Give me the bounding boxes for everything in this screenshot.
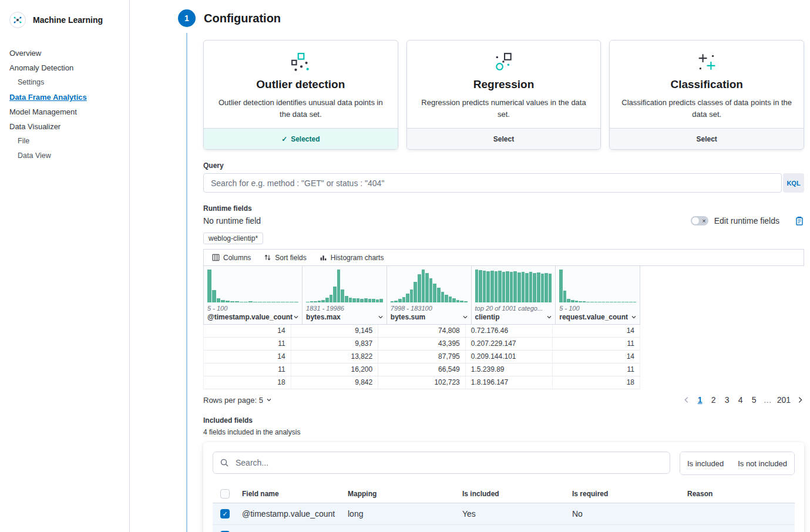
- histogram-icon: [320, 254, 327, 261]
- sidebar-item-overview[interactable]: Overview: [9, 46, 120, 60]
- main-content: 1 Configuration: [130, 0, 810, 532]
- grid-cell: 11: [204, 338, 291, 350]
- sort-fields-button[interactable]: Sort fields: [259, 254, 311, 262]
- column-range: 1831 - 19986: [303, 302, 386, 312]
- chevron-down-icon: [462, 314, 469, 321]
- pagination-ellipsis: …: [764, 395, 772, 405]
- step-number-badge: 1: [178, 9, 196, 27]
- fields-table-header: Field name Mapping Is included Is requir…: [213, 484, 795, 503]
- field-row-timestamp-value-count: ✓ @timestamp.value_count long Yes No: [213, 503, 795, 525]
- card-description: Regression predicts numerical values in …: [418, 97, 590, 120]
- pagination-page-5[interactable]: 5: [750, 395, 758, 405]
- edit-runtime-fields-label: Edit runtime fields: [714, 216, 779, 225]
- runtime-fields-row: No runtime field × Edit runtime fields: [203, 216, 804, 225]
- kql-button[interactable]: KQL: [783, 173, 804, 193]
- sidebar-item-model-management[interactable]: Model Management: [9, 105, 120, 119]
- rows-per-page-button[interactable]: Rows per page: 5: [203, 396, 273, 405]
- grid-column-bytes-max: 1831 - 19986 bytes.max: [303, 266, 387, 325]
- field-search-input[interactable]: [213, 452, 670, 474]
- pagination-page-4[interactable]: 4: [737, 395, 745, 405]
- grid-cell: 14: [553, 351, 640, 363]
- pagination-page-2[interactable]: 2: [710, 395, 718, 405]
- grid-row: 14 9,145 74,808 0.72.176.46 14: [203, 325, 640, 338]
- sort-fields-button-label: Sort fields: [275, 254, 306, 262]
- sidebar-item-data-frame-analytics[interactable]: Data Frame Analytics: [9, 90, 120, 105]
- grid-cell: 74,808: [378, 325, 466, 337]
- is-not-included-filter-button[interactable]: Is not included: [731, 452, 794, 474]
- footer-label: Select: [697, 135, 717, 143]
- card-classification[interactable]: Classification Classification predicts c…: [609, 40, 804, 150]
- column-header-is-included: Is included: [456, 490, 566, 498]
- card-regression[interactable]: Regression Regression predicts numerical…: [406, 40, 601, 150]
- columns-button[interactable]: Columns: [207, 254, 256, 262]
- included-fields-controls: Is included Is not included: [213, 452, 795, 475]
- fields-table: Field name Mapping Is included Is requir…: [213, 484, 795, 532]
- card-outlier-detection[interactable]: Outlier detection Outlier detection iden…: [203, 40, 398, 150]
- field-row-bytes-max: ✓ bytes.max long Yes No: [213, 525, 795, 532]
- bytes-sum-histogram: [387, 266, 471, 302]
- field-name: @timestamp.value_count: [236, 509, 342, 518]
- query-input[interactable]: [203, 173, 782, 193]
- column-header-request-value-count[interactable]: request.value_count: [556, 312, 640, 324]
- classification-icon: [620, 52, 793, 73]
- select-all-checkbox[interactable]: [220, 489, 230, 499]
- pagination: 1 2 3 4 5 … 201: [683, 395, 804, 405]
- data-grid-toolbar: Columns Sort fields Histogram charts: [203, 249, 804, 266]
- footer-label: Select: [493, 135, 514, 143]
- page-title: Configuration: [204, 12, 281, 25]
- included-fields-label: Included fields: [203, 416, 804, 425]
- grid-cell: 66,549: [378, 363, 466, 376]
- column-header-clientip[interactable]: clientip: [472, 312, 556, 324]
- outlier-detection-icon: [214, 52, 387, 73]
- grid-column-bytes-sum: 7998 - 183100 bytes.sum: [387, 266, 472, 325]
- chevron-down-icon: [630, 314, 637, 321]
- pagination-next-icon[interactable]: [796, 396, 804, 404]
- column-header-bytes-max[interactable]: bytes.max: [303, 312, 386, 324]
- edit-runtime-fields-toggle[interactable]: ×: [691, 216, 708, 225]
- grid-cell: 13,822: [291, 351, 379, 363]
- clipboard-icon[interactable]: [795, 216, 804, 225]
- included-fields-subtitle: 4 fields included in the analysis: [203, 428, 804, 436]
- card-outlier-body: Outlier detection Outlier detection iden…: [204, 41, 398, 128]
- is-included-filter-button[interactable]: Is included: [680, 452, 731, 474]
- sidebar-item-file[interactable]: File: [18, 134, 120, 149]
- grid-row: 11 16,200 66,549 1.5.239.89 11: [203, 363, 640, 376]
- column-header-bytes-sum[interactable]: bytes.sum: [387, 312, 471, 324]
- pagination-page-3[interactable]: 3: [723, 395, 731, 405]
- grid-column-request-value-count: 5 - 100 request.value_count: [556, 266, 640, 325]
- card-regression-body: Regression Regression predicts numerical…: [407, 41, 601, 128]
- sidebar-item-anomaly-detection[interactable]: Anomaly Detection: [9, 60, 120, 75]
- card-classification-body: Classification Classification predicts c…: [610, 41, 804, 128]
- pagination-page-1[interactable]: 1: [696, 395, 704, 405]
- column-header-timestamp-value-count[interactable]: @timestamp.value_count: [204, 312, 302, 324]
- pagination-page-201[interactable]: 201: [777, 395, 791, 405]
- grid-cell: 43,395: [378, 338, 466, 350]
- runtime-fields-label: Runtime fields: [203, 204, 804, 213]
- column-range: 5 - 100: [556, 302, 640, 312]
- sort-icon: [264, 254, 271, 261]
- regression-select-footer[interactable]: Select: [407, 128, 601, 149]
- sidebar-item-data-visualizer[interactable]: Data Visualizer: [9, 119, 120, 134]
- grid-column-timestamp: 5 - 100 @timestamp.value_count: [204, 266, 303, 325]
- grid-cell: 11: [553, 338, 640, 350]
- grid-column-clientip: top 20 of 1001 catego... clientip: [472, 266, 556, 325]
- runtime-fields-controls: × Edit runtime fields: [691, 216, 804, 225]
- sidebar-item-settings[interactable]: Settings: [18, 75, 120, 90]
- pagination-prev-icon[interactable]: [683, 396, 691, 404]
- sidebar-item-data-view[interactable]: Data View: [18, 149, 120, 163]
- grid-cell: 18: [553, 376, 640, 389]
- field-is-included: Yes: [456, 509, 566, 518]
- row-checkbox[interactable]: ✓: [220, 509, 230, 518]
- grid-cell: 9,837: [291, 338, 379, 350]
- grid-cell: 18: [204, 376, 291, 389]
- app-title: Machine Learning: [33, 15, 103, 25]
- histogram-charts-button[interactable]: Histogram charts: [315, 254, 389, 262]
- query-label: Query: [203, 161, 804, 170]
- grid-cell: 14: [204, 351, 291, 363]
- classification-select-footer[interactable]: Select: [610, 128, 804, 149]
- grid-cell: 14: [204, 325, 291, 337]
- outlier-detection-selected-footer[interactable]: ✓ Selected: [204, 128, 398, 149]
- grid-cell: 11: [553, 363, 640, 376]
- machine-learning-logo-icon: [9, 12, 26, 28]
- grid-cell: 14: [553, 325, 640, 337]
